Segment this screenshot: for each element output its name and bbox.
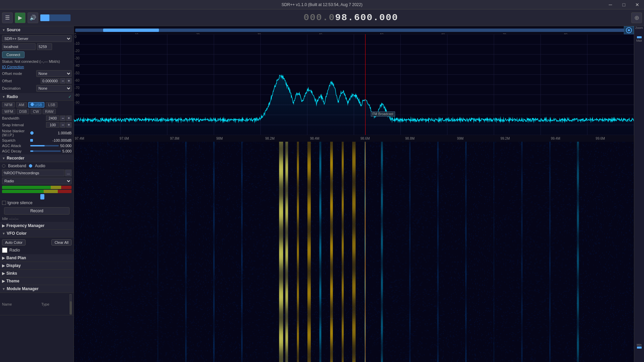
clear-all-button[interactable]: Clear AlI: [51, 239, 72, 245]
freq-prefix: 000.0: [303, 12, 335, 23]
mode-cw-button[interactable]: CW: [31, 109, 41, 114]
squelch-label: Squelch: [2, 138, 29, 142]
record-button[interactable]: Record: [4, 207, 70, 215]
mode-lsb-button[interactable]: LSB: [46, 102, 57, 107]
bandwidth-decrement-button[interactable]: −: [60, 116, 66, 121]
spectrum-canvas[interactable]: [74, 34, 634, 135]
sinks-title: Sinks: [6, 271, 17, 276]
y-label-50: -50: [75, 71, 79, 75]
radio-section-header[interactable]: ▼ Radio ✓: [0, 93, 74, 101]
band-plan-section[interactable]: ▶ Band Plan: [0, 254, 74, 262]
recorder-arrow-icon: ▼: [2, 156, 5, 160]
source-section-header[interactable]: ▼ Source: [0, 26, 74, 34]
menu-button[interactable]: ☰: [2, 12, 13, 23]
squelch-slider-thumb: [30, 139, 33, 142]
y-label-70: -70: [75, 86, 79, 90]
play-button[interactable]: ▶: [15, 12, 26, 23]
freq-label-992: 99.2M: [501, 137, 510, 140]
offset-value: 0.000000: [41, 78, 59, 84]
vfo-color-section-header[interactable]: ▼ VFO Color: [0, 230, 74, 237]
format-row: Radio: [0, 177, 74, 185]
offset-mode-row: Offset mode None: [0, 70, 74, 78]
auto-color-button[interactable]: Auto Color: [2, 239, 26, 245]
titlebar: SDR++ v1.1.0 (Built at 12:53:54, Aug 7 2…: [0, 0, 644, 9]
target-button[interactable]: ⊕: [631, 12, 642, 23]
path-browse-button[interactable]: ...: [65, 170, 72, 176]
theme-section[interactable]: ▶ Theme: [0, 277, 74, 285]
display-title: Display: [6, 263, 21, 268]
sdrpp-icon[interactable]: [624, 26, 634, 34]
frequency-axis: 97.4M 97.6M 97.8M 98M 98.2M 98.4M 98.6M …: [74, 135, 634, 142]
mode-raw-button[interactable]: RAW: [43, 109, 56, 114]
vfo-color-buttons-row: Auto Color Clear AlI: [0, 238, 74, 247]
recorder-section-content: Baseband Audio ... Radio Ignore silence: [0, 162, 74, 222]
audio-label: Audio: [35, 164, 45, 168]
waterfall-tuning-line: [365, 142, 366, 362]
zoom-track[interactable]: 0 10 20 30 40 50 60 70 80 90: [75, 29, 633, 32]
recorder-section-header[interactable]: ▼ Recorder: [0, 154, 74, 162]
ignore-silence-checkbox[interactable]: [2, 201, 6, 205]
ignore-silence-label: Ignore silence: [7, 200, 33, 205]
frequency-manager-title: Frequency Manager: [6, 223, 44, 228]
usb-dot-icon: [31, 103, 34, 106]
radio-color-swatch[interactable]: [2, 247, 7, 253]
source-title: Source: [7, 28, 20, 32]
noise-blanker-toggle[interactable]: [30, 131, 34, 135]
display-section[interactable]: ▶ Display: [0, 262, 74, 270]
iq-correction-link[interactable]: IQ Correction: [0, 64, 74, 70]
mode-usb-button[interactable]: USB: [28, 102, 45, 107]
module-col-type: Type: [41, 302, 68, 306]
offset-decrement-button[interactable]: −: [60, 78, 66, 84]
host-input[interactable]: [2, 43, 36, 50]
waterfall-container: [74, 142, 634, 362]
format-select[interactable]: Radio: [2, 178, 72, 184]
volume-slider[interactable]: [40, 14, 71, 21]
module-manager-section-header[interactable]: ▼ Module Manager: [0, 285, 74, 293]
offset-mode-select[interactable]: None: [36, 70, 72, 77]
zoom-max-indicator[interactable]: [637, 36, 642, 38]
bandwidth-value: 2400: [46, 116, 59, 121]
frequency-manager-section[interactable]: ▶ Frequency Manager: [0, 222, 74, 230]
theme-arrow-icon: ▶: [2, 279, 5, 283]
svg-point-1: [628, 29, 630, 31]
tuning-line: [365, 34, 366, 135]
mode-nfm-button[interactable]: NFM: [2, 102, 15, 107]
snap-interval-value: 100: [46, 122, 59, 128]
recorder-type-row: Baseband Audio: [0, 163, 74, 169]
connect-button[interactable]: Connect: [2, 51, 25, 58]
path-input[interactable]: [2, 170, 65, 176]
maximize-button[interactable]: □: [617, 0, 631, 9]
waterfall-canvas[interactable]: [74, 142, 634, 362]
zoom-min-indicator[interactable]: [637, 347, 642, 349]
freq-main: 98.600.000: [335, 12, 398, 23]
offset-increment-button[interactable]: +: [66, 78, 72, 84]
zoom-min-label: Min: [637, 343, 642, 347]
snap-increment-button[interactable]: +: [66, 122, 72, 128]
sinks-section[interactable]: ▶ Sinks: [0, 270, 74, 277]
snap-decrement-button[interactable]: −: [60, 122, 66, 128]
zoom-thumb[interactable]: [103, 29, 159, 32]
mode-am-button[interactable]: AM: [16, 102, 27, 107]
bandwidth-increment-button[interactable]: +: [66, 116, 72, 121]
mode-dsb-button[interactable]: DSB: [17, 109, 29, 114]
offset-row: Offset 0.000000 − +: [0, 78, 74, 84]
port-input[interactable]: [37, 43, 52, 50]
noise-blanker-value: 1.000dB: [58, 131, 72, 135]
volume-button[interactable]: 🔊: [28, 12, 38, 23]
agc-attack-label: AGC Attack: [2, 144, 29, 148]
decimation-select[interactable]: None: [36, 85, 72, 92]
volume-thumb[interactable]: [40, 194, 44, 199]
sinks-arrow-icon: ▶: [2, 271, 5, 276]
band-plan-title: Band Plan: [6, 256, 26, 260]
audio-radio-button[interactable]: [29, 164, 32, 168]
mode-wfm-button[interactable]: WFM: [2, 109, 15, 114]
close-button[interactable]: ✕: [631, 0, 644, 9]
server-row: SDR++ Server: [0, 35, 74, 43]
baseband-radio-button[interactable]: [2, 164, 5, 168]
module-col-name: Name: [2, 302, 40, 306]
server-select[interactable]: SDR++ Server: [2, 35, 72, 42]
spectrum-container: 0 -10 -20 -30 -40 -50 -60 -70 -80 -90 FM…: [74, 34, 634, 135]
y-label-20: -20: [75, 49, 79, 53]
module-scrollbar[interactable]: [70, 294, 72, 314]
minimize-button[interactable]: ─: [604, 0, 617, 9]
